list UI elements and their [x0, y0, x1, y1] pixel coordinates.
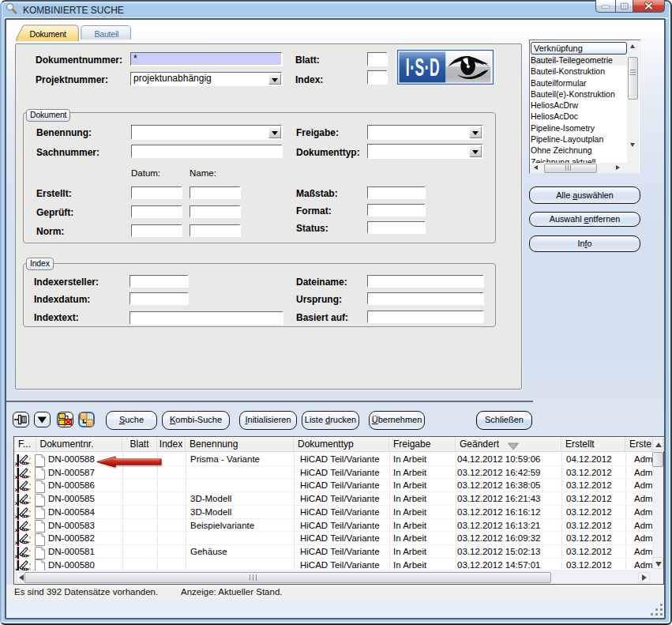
svg-text:I·S·D: I·S·D	[406, 54, 440, 81]
